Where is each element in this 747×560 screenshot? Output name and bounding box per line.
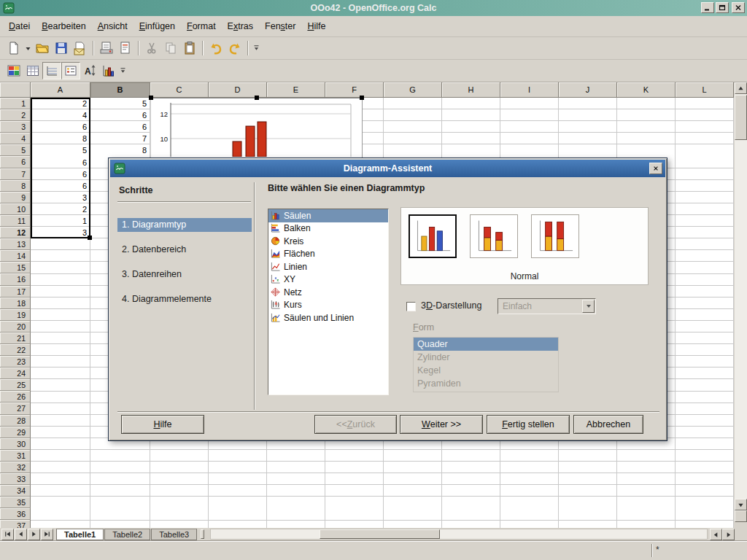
row-header-1[interactable]: 1 — [0, 98, 31, 109]
cut-button[interactable] — [142, 39, 161, 57]
chart-resize-handle[interactable] — [360, 96, 364, 100]
chart-type-balken[interactable]: Balken — [268, 222, 388, 236]
page-preview-button[interactable] — [116, 39, 135, 57]
form-option-zylinder[interactable]: Zylinder — [414, 351, 558, 364]
scroll-right-button[interactable] — [722, 529, 735, 540]
column-header-h[interactable]: H — [442, 82, 500, 98]
row-header-12[interactable]: 12 — [0, 227, 31, 238]
new-document-dropdown[interactable] — [23, 39, 33, 57]
wizard-step-2[interactable]: 2. Datenbereich — [117, 243, 252, 257]
menu-item-datei[interactable]: Datei — [3, 19, 36, 34]
legend-on-off-button[interactable] — [61, 62, 80, 79]
cell-a7[interactable]: 6 — [31, 168, 87, 180]
cell-a11[interactable]: 1 — [31, 215, 87, 227]
row-header-10[interactable]: 10 — [0, 203, 31, 215]
row-header-21[interactable]: 21 — [0, 332, 31, 344]
undo-button[interactable] — [206, 39, 225, 57]
row-header-11[interactable]: 11 — [0, 215, 31, 227]
form-option-quader[interactable]: Quader — [414, 338, 558, 351]
chart-type-xy[interactable]: XY — [268, 273, 388, 287]
sheet-tab-tabelle1[interactable]: Tabelle1 — [56, 529, 104, 540]
select-all-corner[interactable] — [0, 82, 31, 98]
next-sheet-button[interactable] — [28, 529, 40, 540]
row-header-18[interactable]: 18 — [0, 298, 31, 309]
copy-button[interactable] — [161, 39, 180, 57]
scroll-up-button[interactable] — [735, 82, 747, 94]
last-sheet-button[interactable] — [41, 529, 53, 540]
horizontal-grids-button[interactable] — [42, 62, 61, 79]
3d-look-dropdown[interactable]: Einfach — [498, 298, 596, 314]
cell-b4[interactable]: 7 — [90, 133, 147, 144]
row-header-25[interactable]: 25 — [0, 379, 31, 391]
chart-type-linien[interactable]: Linien — [268, 260, 388, 273]
row-header-32[interactable]: 32 — [0, 462, 31, 473]
row-header-35[interactable]: 35 — [0, 497, 31, 508]
row-header-37[interactable]: 37 — [0, 520, 31, 528]
3d-checkbox[interactable] — [406, 302, 416, 311]
menu-item-einf-gen[interactable]: Einfügen — [133, 19, 181, 34]
cell-a6[interactable]: 6 — [31, 157, 87, 168]
chart-resize-handle[interactable] — [255, 96, 259, 100]
format-selection-button[interactable] — [4, 62, 23, 79]
column-header-i[interactable]: I — [500, 82, 559, 98]
cell-a9[interactable]: 3 — [31, 192, 87, 203]
dialog-title-bar[interactable]: Diagramm-Assistent — [110, 160, 665, 177]
cell-a5[interactable]: 5 — [31, 144, 87, 156]
row-header-3[interactable]: 3 — [0, 121, 31, 133]
form-option-kegel[interactable]: Kegel — [414, 364, 558, 377]
back-button[interactable]: << Zurück — [314, 415, 397, 434]
cell-a8[interactable]: 6 — [31, 180, 87, 192]
vertical-scrollbar[interactable] — [735, 82, 747, 522]
chart-type-s-ulen-und-linien[interactable]: Säulen und Linien — [268, 311, 388, 324]
cell-a12[interactable]: 3 — [31, 227, 87, 238]
scroll-left-button[interactable] — [710, 529, 722, 540]
row-header-24[interactable]: 24 — [0, 368, 31, 379]
dropdown-arrow-button[interactable] — [582, 300, 595, 313]
row-header-17[interactable]: 17 — [0, 286, 31, 298]
column-header-a[interactable]: A — [31, 82, 90, 98]
row-header-2[interactable]: 2 — [0, 109, 31, 121]
row-header-26[interactable]: 26 — [0, 391, 31, 402]
cell-a1[interactable]: 2 — [31, 98, 87, 109]
chart-resize-handle[interactable] — [149, 96, 153, 100]
open-button[interactable] — [33, 39, 52, 57]
tab-split-handle[interactable] — [201, 529, 204, 539]
column-header-b[interactable]: B — [90, 82, 150, 98]
row-header-15[interactable]: 15 — [0, 262, 31, 273]
column-header-k[interactable]: K — [617, 82, 676, 98]
row-header-27[interactable]: 27 — [0, 402, 31, 414]
chart-data-table-button[interactable] — [23, 62, 42, 79]
redo-button[interactable] — [225, 39, 244, 57]
row-header-8[interactable]: 8 — [0, 180, 31, 192]
cell-b2[interactable]: 6 — [90, 109, 147, 121]
subtype-normal[interactable] — [409, 214, 457, 258]
finish-button[interactable]: Fertig stellen — [487, 415, 570, 434]
horizontal-scroll-thumb[interactable] — [320, 529, 440, 539]
form-option-pyramiden[interactable]: Pyramiden — [414, 377, 558, 390]
save-button[interactable] — [52, 39, 71, 57]
vertical-split-button[interactable] — [735, 510, 747, 522]
scale-text-button[interactable]: A — [80, 62, 99, 79]
column-header-g[interactable]: G — [384, 82, 442, 98]
row-header-31[interactable]: 31 — [0, 450, 31, 462]
sheet-tab-tabelle3[interactable]: Tabelle3 — [151, 529, 197, 540]
selection-fill-handle[interactable] — [88, 236, 92, 240]
row-header-36[interactable]: 36 — [0, 508, 31, 520]
menu-item-format[interactable]: Format — [181, 19, 222, 34]
row-header-29[interactable]: 29 — [0, 427, 31, 438]
chart-type-netz[interactable]: Netz — [268, 286, 388, 299]
next-button[interactable]: Weiter >> — [400, 415, 483, 434]
toolbar-options-button[interactable] — [252, 39, 261, 57]
cancel-button[interactable]: Abbrechen — [573, 415, 643, 434]
sheet-tab-tabelle2[interactable]: Tabelle2 — [104, 529, 150, 540]
help-button[interactable]: Hilfe — [121, 415, 204, 434]
new-document-button[interactable] — [4, 39, 23, 57]
dialog-close-button[interactable] — [649, 163, 662, 174]
subtype-percent[interactable] — [531, 214, 579, 258]
row-header-20[interactable]: 20 — [0, 321, 31, 332]
chart-type-kreis[interactable]: Kreis — [268, 235, 388, 248]
wizard-step-4[interactable]: 4. Diagrammelemente — [117, 292, 252, 306]
row-header-28[interactable]: 28 — [0, 415, 31, 427]
menu-item-extras[interactable]: Extras — [222, 19, 259, 34]
column-header-c[interactable]: C — [150, 82, 209, 98]
